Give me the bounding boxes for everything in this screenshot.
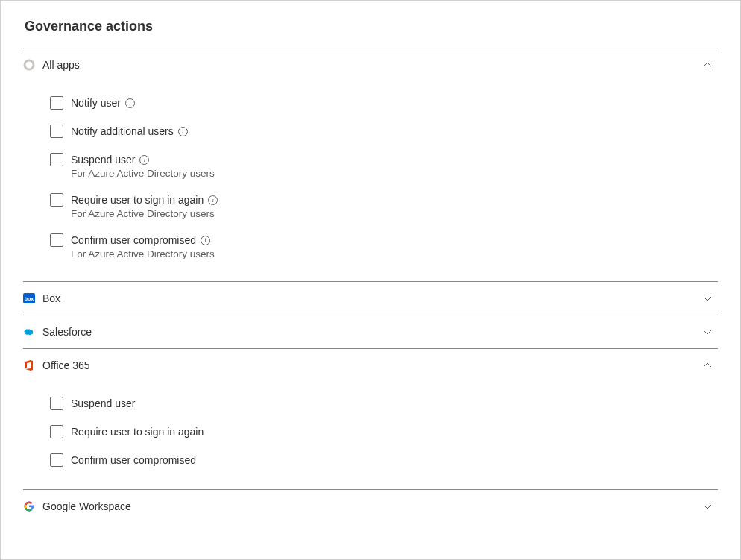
svg-point-0 (25, 60, 34, 69)
action-row: Suspend user i For Azure Active Director… (50, 145, 718, 186)
action-label: Suspend user (71, 396, 135, 411)
checkbox-suspend-user[interactable] (50, 397, 63, 410)
action-row: Notify user i (50, 89, 718, 117)
info-icon[interactable]: i (125, 98, 135, 108)
checkbox-confirm-compromised[interactable] (50, 453, 63, 467)
checkbox-confirm-compromised[interactable] (50, 233, 63, 247)
action-label: Suspend user (71, 152, 135, 167)
action-hint: For Azure Active Directory users (71, 208, 218, 219)
chevron-up-icon (703, 361, 712, 370)
section-body-office365: Suspend user Require user to sign in aga… (23, 382, 718, 489)
governance-panel: Governance actions All apps Notify user … (0, 0, 741, 560)
section-header-salesforce[interactable]: Salesforce (23, 315, 718, 348)
action-hint: For Azure Active Directory users (71, 168, 215, 179)
info-icon[interactable]: i (201, 236, 210, 245)
office365-icon (23, 359, 35, 371)
section-header-all-apps[interactable]: All apps (23, 48, 718, 81)
chevron-down-icon (703, 327, 712, 336)
info-icon[interactable]: i (139, 155, 149, 165)
info-icon[interactable]: i (208, 195, 218, 205)
section-body-all-apps: Notify user i Notify additional users i … (23, 81, 718, 281)
checkbox-require-signin[interactable] (50, 425, 63, 438)
box-icon: box (23, 292, 35, 304)
google-icon (23, 500, 35, 512)
checkbox-suspend-user[interactable] (50, 153, 63, 166)
section-label: Google Workspace (42, 500, 703, 512)
action-row: Confirm user compromised i For Azure Act… (50, 226, 718, 266)
checkbox-notify-user[interactable] (50, 96, 63, 110)
section-header-google[interactable]: Google Workspace (23, 490, 718, 523)
salesforce-icon (23, 326, 35, 338)
checkbox-require-signin[interactable] (50, 193, 63, 207)
svg-text:box: box (25, 296, 34, 301)
section-label: All apps (42, 59, 703, 71)
section-header-box[interactable]: box Box (23, 282, 718, 315)
section-label: Office 365 (42, 359, 703, 371)
action-label: Confirm user compromised (71, 233, 196, 248)
panel-title: Governance actions (25, 19, 718, 34)
action-label: Require user to sign in again (71, 424, 204, 439)
chevron-down-icon (703, 294, 712, 303)
action-row: Confirm user compromised (50, 446, 718, 474)
action-row: Suspend user (50, 389, 718, 418)
action-label: Confirm user compromised (71, 453, 196, 468)
action-row: Require user to sign in again (50, 418, 718, 446)
chevron-down-icon (703, 502, 712, 511)
checkbox-notify-additional[interactable] (50, 125, 63, 138)
action-label: Notify user (71, 95, 121, 110)
action-label: Require user to sign in again (71, 192, 204, 207)
action-row: Notify additional users i (50, 117, 718, 145)
chevron-up-icon (703, 60, 712, 69)
all-apps-icon (23, 59, 35, 71)
section-header-office365[interactable]: Office 365 (23, 349, 718, 382)
action-row: Require user to sign in again i For Azur… (50, 186, 718, 226)
section-label: Salesforce (42, 326, 703, 338)
action-label: Notify additional users (71, 124, 174, 139)
section-label: Box (42, 292, 703, 304)
info-icon[interactable]: i (178, 127, 188, 136)
action-hint: For Azure Active Directory users (71, 248, 215, 259)
